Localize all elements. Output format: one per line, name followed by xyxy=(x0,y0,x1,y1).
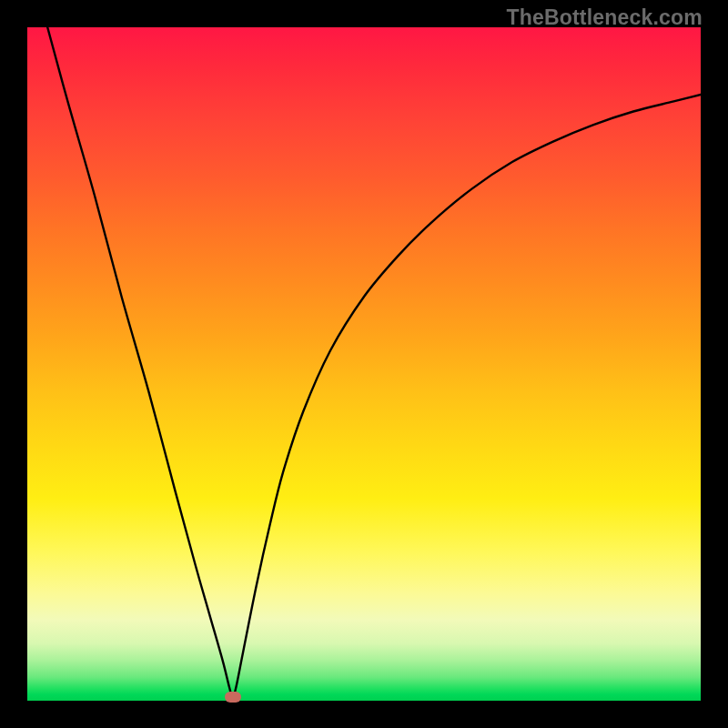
watermark-text: TheBottleneck.com xyxy=(506,5,703,30)
plot-area xyxy=(27,27,701,701)
bottleneck-curve xyxy=(27,27,701,701)
minimum-marker xyxy=(225,692,241,703)
chart-container: TheBottleneck.com xyxy=(0,0,728,728)
